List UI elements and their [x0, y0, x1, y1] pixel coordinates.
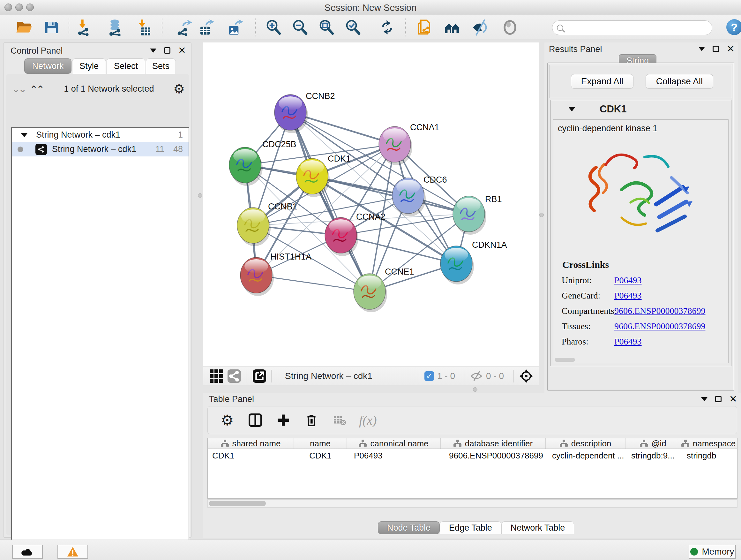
node-label: CCNE1 [385, 267, 414, 276]
zoom-selected-icon[interactable] [343, 18, 363, 37]
panel-close-icon[interactable]: ✕ [727, 46, 735, 52]
panel-menu-icon[interactable] [698, 47, 705, 51]
hide-glass-eye-icon[interactable] [469, 18, 490, 37]
node-gloss [300, 160, 324, 174]
crosslink-link[interactable]: 9606.ENSP00000378699 [614, 306, 705, 316]
delete-table-icon[interactable] [331, 412, 348, 429]
crosslink-link[interactable]: P06493 [614, 291, 642, 301]
birdseye-grid-icon[interactable] [210, 369, 223, 383]
string-home-icon[interactable] [442, 18, 462, 37]
panel-menu-icon[interactable] [701, 397, 708, 401]
column-header[interactable]: name [294, 438, 347, 449]
import-table-from-file-icon[interactable] [134, 18, 155, 37]
table-panel-title: Table Panel [209, 394, 254, 404]
share-document-icon[interactable] [414, 18, 434, 37]
zoom-fit-icon[interactable] [316, 18, 337, 37]
cloud-icon [21, 547, 34, 556]
collapse-all-networks-icon[interactable]: ⌄⌄ [31, 83, 44, 95]
node-gloss [445, 248, 468, 262]
tab-select[interactable]: Select [107, 58, 145, 74]
help-button[interactable]: ? [726, 19, 741, 35]
zoom-out-icon[interactable] [290, 18, 310, 37]
control-panel-title: Control Panel [10, 46, 63, 56]
expand-all-button[interactable]: Expand All [571, 74, 633, 89]
toolbar-divider [405, 18, 406, 37]
memory-button[interactable]: Memory [689, 545, 736, 559]
selected-count: 1 - 0 [437, 371, 455, 381]
results-hscrollbar-thumb[interactable] [555, 358, 575, 362]
network-view-canvas[interactable]: CCNB2CCNA1CDC25BCDK1CDC6RB1CCNB1CCNA2CDK… [203, 43, 539, 367]
crosslink-link[interactable]: P06493 [614, 275, 642, 286]
collapse-all-button[interactable]: Collapse All [646, 74, 713, 89]
network-collection-row[interactable]: String Network – cdk1 1 [12, 128, 189, 142]
crosslink-link[interactable]: 9606.ENSP00000378699 [614, 321, 705, 331]
panel-close-icon[interactable]: ✕ [729, 396, 737, 402]
network-share-icon[interactable] [227, 369, 241, 383]
column-header[interactable]: canonical name [347, 438, 441, 449]
open-session-icon[interactable] [14, 18, 34, 37]
refresh-layout-icon[interactable] [377, 18, 397, 37]
toolbar-search [552, 20, 712, 35]
warning-status-button[interactable] [57, 545, 88, 559]
table-hscrollbar-thumb[interactable] [209, 501, 266, 506]
panel-menu-icon[interactable] [150, 49, 156, 53]
gray-sphere-icon[interactable] [500, 18, 520, 37]
tab-sets[interactable]: Sets [146, 58, 176, 74]
tab-network-table[interactable]: Network Table [501, 521, 575, 534]
cell-description: cyclin-dependent ... [546, 451, 625, 461]
vertical-splitter-handle[interactable] [198, 193, 202, 198]
node-label: CDC6 [423, 175, 447, 185]
cell-database-identifier: 9606.ENSP00000378699 [441, 451, 546, 461]
horizontal-splitter-handle[interactable] [473, 387, 477, 392]
node-gloss [233, 149, 257, 163]
import-network-from-file-icon[interactable] [74, 18, 94, 37]
column-header[interactable]: shared name [208, 438, 294, 449]
table-options-gear-icon[interactable]: ⚙ [219, 412, 236, 429]
collection-expand-icon[interactable] [21, 133, 28, 137]
expand-all-networks-icon[interactable]: ⌄⌄ [12, 83, 25, 95]
title-bar: Session: New Session [0, 0, 741, 15]
zoom-in-icon[interactable] [263, 18, 284, 37]
cell-id: stringdb:9... [625, 451, 681, 461]
tab-style[interactable]: Style [72, 58, 106, 74]
vertical-splitter-handle[interactable] [539, 212, 544, 217]
import-network-from-database-icon[interactable] [105, 18, 126, 37]
column-header[interactable]: database identifier [441, 438, 546, 449]
delete-column-icon[interactable] [303, 412, 320, 429]
table-toolbar: ⚙ f(x) [207, 406, 737, 434]
export-image-icon[interactable] [225, 18, 245, 37]
tab-network[interactable]: Network [24, 58, 71, 74]
search-input[interactable] [566, 22, 712, 34]
gene-collapse-icon[interactable] [568, 107, 576, 111]
results-panel-title: Results Panel [549, 44, 602, 54]
network-edge[interactable] [290, 112, 369, 292]
table-row[interactable]: CDK1 CDK1 P06493 9606.ENSP00000378699 cy… [208, 449, 737, 462]
crosslink-link[interactable]: P06493 [614, 336, 642, 347]
table-hscrollbar[interactable] [207, 499, 738, 508]
network-options-gear-icon[interactable]: ⚙ [173, 81, 185, 96]
column-header[interactable]: @id [625, 438, 681, 449]
panel-float-icon[interactable] [164, 47, 171, 54]
export-network-icon[interactable] [174, 18, 195, 37]
export-table-icon[interactable] [196, 18, 216, 37]
network-graph: CCNB2CCNA1CDC25BCDK1CDC6RB1CCNB1CCNA2CDK… [203, 43, 539, 367]
function-builder-icon[interactable]: f(x) [359, 412, 377, 429]
column-header[interactable]: namespace [681, 438, 736, 449]
panel-float-icon[interactable] [715, 396, 722, 402]
panel-close-icon[interactable]: ✕ [178, 47, 186, 54]
fit-selection-crosshair-icon[interactable] [519, 369, 534, 383]
tab-edge-table[interactable]: Edge Table [440, 521, 501, 534]
open-external-icon[interactable] [253, 369, 266, 383]
column-header[interactable]: description [546, 438, 625, 449]
network-tab-content: ⌄⌄ ⌄⌄ 1 of 1 Network selected ⚙ String N… [6, 74, 189, 536]
show-columns-icon[interactable] [247, 412, 264, 429]
tab-node-table[interactable]: Node Table [378, 521, 440, 534]
app-window: Session: New Session [0, 0, 741, 560]
cloud-status-button[interactable] [12, 545, 43, 559]
create-column-icon[interactable] [275, 412, 292, 429]
node-table: shared name name canonical name database… [207, 438, 738, 499]
network-row[interactable]: String Network – cdk1 11 48 [12, 142, 189, 157]
selected-checkbox-icon[interactable]: ✓ [424, 371, 434, 381]
save-session-icon[interactable] [42, 18, 62, 37]
panel-float-icon[interactable] [713, 46, 719, 52]
